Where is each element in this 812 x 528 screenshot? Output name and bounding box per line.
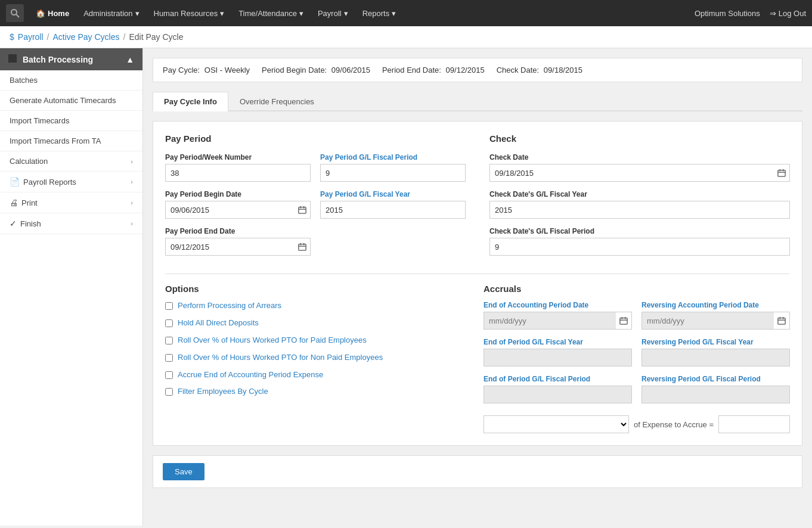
logout-button[interactable]: ⇒ Log Out: [770, 9, 806, 18]
sidebar-item-generate-timecards[interactable]: Generate Automatic Timecards: [0, 91, 142, 111]
reversing-gl-fiscal-year-label: Reversing Period G/L Fiscal Year: [641, 338, 790, 346]
save-button[interactable]: Save: [163, 463, 204, 480]
company-name: Optimum Solutions: [695, 9, 760, 18]
checkbox-direct-deposits-label[interactable]: Hold All Direct Deposits: [178, 318, 259, 328]
checkbox-rollover-paid-label[interactable]: Roll Over % of Hours Worked PTO for Paid…: [178, 336, 367, 346]
end-date-input-wrap: [165, 238, 311, 256]
end-accounting-cal-button[interactable]: [616, 312, 632, 330]
check-gl-fiscal-period-group: Check Date's G/L Fiscal Period: [489, 227, 790, 256]
nav-administration[interactable]: Administration ▾: [78, 5, 145, 21]
checkbox-rollover-nonpaid-input[interactable]: [165, 354, 173, 362]
nav-reports[interactable]: Reports ▾: [357, 5, 402, 21]
check-gl-fiscal-year-label: Check Date's G/L Fiscal Year: [489, 190, 790, 198]
checkbox-arrears-label[interactable]: Perform Processing of Arrears: [178, 301, 281, 311]
right-nav: Optimum Solutions ⇒ Log Out: [695, 9, 806, 18]
end-gl-fiscal-year-input[interactable]: [484, 349, 632, 367]
search-icon[interactable]: [6, 4, 24, 22]
gl-fiscal-period-input[interactable]: [320, 164, 466, 182]
nav-payroll[interactable]: Payroll ▾: [312, 5, 354, 21]
breadcrumb-current: Edit Pay Cycle: [129, 32, 183, 42]
svg-rect-14: [620, 318, 627, 325]
svg-line-1: [16, 14, 19, 17]
reversing-date-input[interactable]: [641, 312, 774, 330]
pay-period-title: Pay Period: [165, 133, 466, 144]
nav-human-resources[interactable]: Human Resources ▾: [148, 5, 231, 21]
checkbox-accrue-expense-input[interactable]: [165, 371, 173, 379]
check-title: Check: [489, 133, 790, 144]
check-date-label: Check Date: [489, 153, 790, 161]
svg-rect-18: [778, 318, 785, 325]
check-date-bar: Check Date: 09/18/2015: [497, 66, 582, 74]
content-area: Pay Cycle: OSI - Weekly Period Begin Dat…: [143, 48, 812, 526]
check-gl-fiscal-year-input[interactable]: [489, 201, 790, 219]
begin-date-label: Pay Period Begin Date: [165, 190, 311, 198]
checkbox-direct-deposits-input[interactable]: [165, 319, 173, 327]
sidebar-item-finish[interactable]: ✓ Finish ›: [0, 213, 142, 234]
checkbox-direct-deposits: Hold All Direct Deposits: [165, 318, 472, 328]
expense-dropdown[interactable]: [484, 415, 629, 433]
checkbox-rollover-paid: Roll Over % of Hours Worked PTO for Paid…: [165, 336, 472, 346]
check-gl-fiscal-period-label: Check Date's G/L Fiscal Period: [489, 227, 790, 235]
divider: [165, 274, 790, 274]
gl-fiscal-year-input[interactable]: [320, 201, 466, 219]
end-accounting-date-group: End of Accounting Period Date: [484, 301, 632, 330]
check-gl-fiscal-period-input[interactable]: [489, 238, 790, 256]
sidebar-item-batches[interactable]: Batches: [0, 70, 142, 91]
svg-rect-6: [299, 244, 306, 251]
pay-cycle-info-bar: Pay Cycle: OSI - Weekly Period Begin Dat…: [153, 58, 802, 82]
checkbox-filter-employees-label[interactable]: Filter Employees By Cycle: [178, 387, 268, 397]
chevron-right-icon: ›: [131, 199, 133, 206]
chevron-up-icon: ▲: [126, 55, 134, 64]
bottom-bar: Save: [153, 455, 802, 488]
end-accounting-date-input[interactable]: [484, 312, 616, 330]
breadcrumb-sep-2: /: [123, 32, 126, 42]
check-date-input[interactable]: [489, 164, 774, 182]
end-date-input[interactable]: [165, 238, 295, 256]
checkbox-arrears-input[interactable]: [165, 302, 173, 310]
chevron-down-icon: ▾: [392, 9, 396, 18]
end-date-group: Pay Period End Date: [165, 227, 311, 256]
end-date-calendar-button[interactable]: [295, 238, 311, 256]
reversing-date-label: Reversing Accounting Period Date: [641, 301, 790, 309]
week-number-group: Pay Period/Week Number: [165, 153, 311, 182]
begin-date-input[interactable]: [165, 201, 295, 219]
payroll-reports-icon: 📄: [10, 177, 20, 187]
chevron-right-icon: ›: [131, 220, 133, 227]
finish-icon: ✓: [10, 219, 17, 228]
checkbox-filter-employees-input[interactable]: [165, 388, 173, 396]
nav-time-attendance[interactable]: Time/Attendance ▾: [233, 5, 309, 21]
sidebar-item-import-timecards-ta[interactable]: Import Timecards From TA: [0, 131, 142, 151]
sidebar-item-payroll-reports[interactable]: 📄 Payroll Reports ›: [0, 172, 142, 192]
tab-override-frequencies[interactable]: Override Frequencies: [228, 92, 326, 111]
week-number-input[interactable]: [165, 164, 311, 182]
checkbox-accrue-expense: Accrue End of Accounting Period Expense: [165, 370, 472, 380]
check-date-group: Check Date: [489, 153, 790, 182]
reversing-date-cal-button[interactable]: [774, 312, 790, 330]
sidebar-item-import-timecards[interactable]: Import Timecards: [0, 111, 142, 131]
expense-value-input[interactable]: [718, 415, 790, 433]
nav-home[interactable]: 🏠 Home: [30, 5, 75, 21]
breadcrumb-payroll[interactable]: Payroll: [18, 32, 44, 42]
checkbox-rollover-nonpaid-label[interactable]: Roll Over % of Hours Worked PTO for Non …: [178, 353, 383, 363]
options-title: Options: [165, 284, 472, 294]
tab-pay-cycle-info[interactable]: Pay Cycle Info: [153, 92, 228, 111]
checkbox-accrue-expense-label[interactable]: Accrue End of Accounting Period Expense: [178, 370, 323, 380]
sidebar-item-calculation[interactable]: Calculation ›: [0, 151, 142, 172]
checkbox-filter-employees: Filter Employees By Cycle: [165, 387, 472, 397]
sidebar-batch-processing-header[interactable]: Batch Processing ▲: [0, 48, 142, 70]
checkbox-rollover-paid-input[interactable]: [165, 337, 173, 344]
begin-date-calendar-button[interactable]: [295, 201, 311, 219]
reversing-gl-fiscal-year-input[interactable]: [641, 349, 790, 367]
check-date-calendar-button[interactable]: [774, 164, 790, 182]
reversing-gl-fiscal-period-input[interactable]: [641, 386, 790, 403]
check-section: Check Check Date Check Date's G/L Fiscal…: [489, 133, 790, 264]
sidebar-item-print[interactable]: 🖨 Print ›: [0, 192, 142, 213]
breadcrumb-active-cycles[interactable]: Active Pay Cycles: [52, 32, 119, 42]
nav-links: 🏠 Home Administration ▾ Human Resources …: [30, 5, 695, 21]
end-gl-fiscal-period-input[interactable]: [484, 386, 632, 403]
reversing-date-group: Reversing Accounting Period Date: [641, 301, 790, 330]
gl-fiscal-year-label: Pay Period G/L Fiscal Year: [320, 190, 466, 198]
begin-date-group: Pay Period Begin Date: [165, 190, 311, 219]
svg-rect-2: [299, 207, 306, 214]
gl-fiscal-period-label: Pay Period G/L Fiscal Period: [320, 153, 466, 161]
